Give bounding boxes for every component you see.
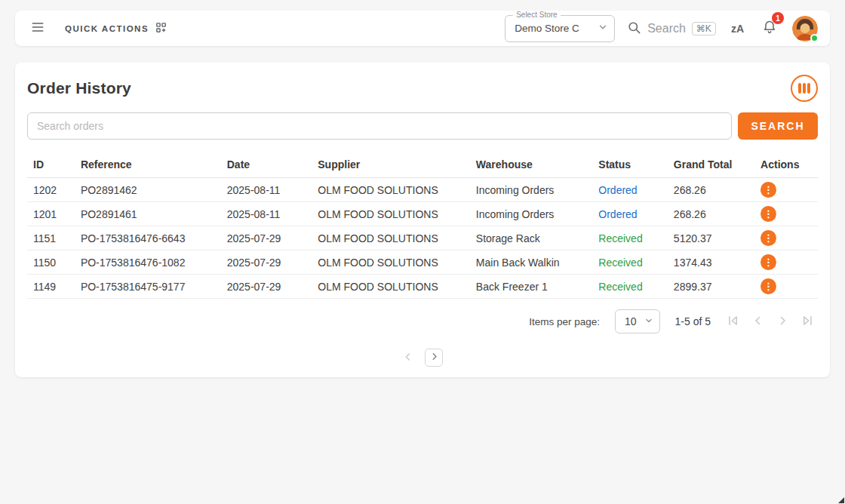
cell-supplier: OLM FOOD SOLUTIONS — [312, 250, 470, 275]
apps-grid-icon — [155, 21, 167, 36]
pager-prev-button[interactable] — [402, 351, 414, 365]
prev-page-button[interactable] — [751, 314, 765, 330]
search-button[interactable]: SEARCH — [738, 112, 818, 140]
table-pagination: Items per page: 10 1-5 of 5 — [27, 299, 818, 343]
menu-button[interactable] — [27, 17, 48, 40]
orders-search-input[interactable] — [27, 112, 732, 140]
cell-grand-total: 2899.37 — [668, 275, 754, 299]
pager-next-button[interactable] — [425, 349, 443, 367]
bottom-pager — [27, 343, 818, 377]
next-page-button[interactable] — [776, 314, 789, 330]
online-status-dot — [810, 34, 819, 42]
status-badge: Received — [598, 232, 642, 244]
col-id: ID — [27, 152, 75, 178]
row-actions-button[interactable]: ⋮ — [760, 206, 776, 222]
items-per-page-value: 10 — [625, 315, 637, 327]
table-row: 1201PO28914612025-08-11OLM FOOD SOLUTION… — [27, 202, 818, 226]
store-select[interactable]: Select Store Demo Store C — [505, 15, 615, 42]
row-actions-button[interactable]: ⋮ — [760, 254, 776, 270]
store-select-value: Demo Store C — [515, 23, 579, 34]
items-per-page-select[interactable]: 10 — [615, 309, 660, 333]
table-row: 1151PO-1753816476-66432025-07-29OLM FOOD… — [27, 226, 818, 250]
table-header-row: IDReferenceDateSupplierWarehouseStatusGr… — [27, 152, 818, 178]
row-actions-button[interactable]: ⋮ — [760, 278, 776, 294]
scroll-corner — [838, 497, 844, 503]
avatar-button[interactable] — [792, 16, 818, 41]
orders-search-row: SEARCH — [27, 112, 818, 140]
col-warehouse: Warehouse — [470, 152, 592, 178]
status-badge: Ordered — [598, 208, 637, 220]
col-reference: Reference — [75, 152, 221, 178]
cell-date: 2025-07-29 — [221, 275, 312, 299]
cell-id: 1151 — [27, 226, 75, 250]
cell-date: 2025-08-11 — [221, 178, 312, 202]
cell-warehouse: Incoming Orders — [470, 202, 592, 226]
cell-supplier: OLM FOOD SOLUTIONS — [312, 275, 470, 299]
translate-icon: zA — [731, 23, 744, 35]
row-actions-button[interactable]: ⋮ — [760, 182, 776, 198]
chevron-right-icon — [429, 351, 440, 364]
search-label: Search — [647, 22, 686, 35]
range-label: 1-5 of 5 — [675, 315, 711, 327]
cell-grand-total: 268.26 — [668, 178, 754, 202]
col-status: Status — [592, 152, 668, 178]
row-actions-button[interactable]: ⋮ — [760, 230, 776, 246]
cell-status: Ordered — [592, 178, 668, 202]
ellipsis-icon: ⋮ — [764, 185, 773, 195]
cell-supplier: OLM FOOD SOLUTIONS — [312, 178, 470, 202]
prev-page-icon — [751, 314, 765, 330]
col-actions: Actions — [754, 152, 818, 178]
cell-grand-total: 1374.43 — [668, 250, 754, 275]
cell-reference: PO2891462 — [75, 178, 221, 202]
col-supplier: Supplier — [312, 152, 470, 178]
chevron-left-icon — [402, 351, 414, 365]
cell-status: Ordered — [592, 202, 668, 226]
order-history-card: Order History SEARCH IDReferenceDateSupp… — [15, 63, 830, 377]
columns-icon — [798, 83, 810, 94]
chevron-down-icon — [644, 315, 653, 327]
ellipsis-icon: ⋮ — [764, 257, 773, 267]
store-select-label: Select Store — [513, 11, 560, 19]
quick-actions-button[interactable]: QUICK ACTIONS — [65, 21, 167, 36]
orders-table: IDReferenceDateSupplierWarehouseStatusGr… — [27, 152, 818, 299]
cell-date: 2025-08-11 — [221, 202, 312, 226]
global-search-button[interactable]: Search ⌘K — [627, 20, 716, 37]
table-row: 1150PO-1753816476-10822025-07-29OLM FOOD… — [27, 250, 818, 275]
cell-actions: ⋮ — [754, 250, 818, 275]
table-row: 1202PO28914622025-08-11OLM FOOD SOLUTION… — [27, 178, 818, 202]
cell-grand-total: 5120.37 — [668, 226, 754, 250]
cell-supplier: OLM FOOD SOLUTIONS — [312, 202, 470, 226]
keyboard-shortcut-badge: ⌘K — [692, 22, 716, 35]
ellipsis-icon: ⋮ — [764, 281, 773, 291]
chevron-down-icon — [598, 22, 608, 35]
status-badge: Received — [598, 281, 642, 293]
cell-warehouse: Incoming Orders — [470, 178, 592, 202]
translate-button[interactable]: zA — [728, 20, 747, 38]
cell-status: Received — [592, 226, 668, 250]
cell-warehouse: Main Back Walkin — [470, 250, 592, 275]
search-icon — [627, 20, 641, 37]
ellipsis-icon: ⋮ — [764, 233, 773, 243]
first-page-button[interactable] — [726, 313, 741, 330]
cell-warehouse: Back Freezer 1 — [470, 275, 592, 299]
cell-date: 2025-07-29 — [221, 226, 312, 250]
cell-actions: ⋮ — [754, 202, 818, 226]
cell-id: 1150 — [27, 250, 75, 275]
topbar: QUICK ACTIONS Select Store Demo Store C … — [15, 11, 830, 46]
cell-id: 1201 — [27, 202, 75, 226]
columns-settings-button[interactable] — [791, 75, 818, 102]
first-page-icon — [726, 313, 741, 330]
cell-actions: ⋮ — [754, 275, 818, 299]
notifications-button[interactable]: 1 — [759, 17, 780, 40]
last-page-button[interactable] — [800, 313, 815, 330]
cell-warehouse: Storage Rack — [470, 226, 592, 250]
cell-actions: ⋮ — [754, 178, 818, 202]
cell-id: 1202 — [27, 178, 75, 202]
card-header: Order History — [27, 75, 818, 102]
quick-actions-label: QUICK ACTIONS — [65, 24, 149, 33]
cell-reference: PO-1753816476-1082 — [75, 250, 221, 275]
cell-status: Received — [592, 250, 668, 275]
page-title: Order History — [27, 79, 131, 97]
topbar-right: Select Store Demo Store C Search ⌘K zA 1 — [505, 15, 818, 42]
cell-id: 1149 — [27, 275, 75, 299]
